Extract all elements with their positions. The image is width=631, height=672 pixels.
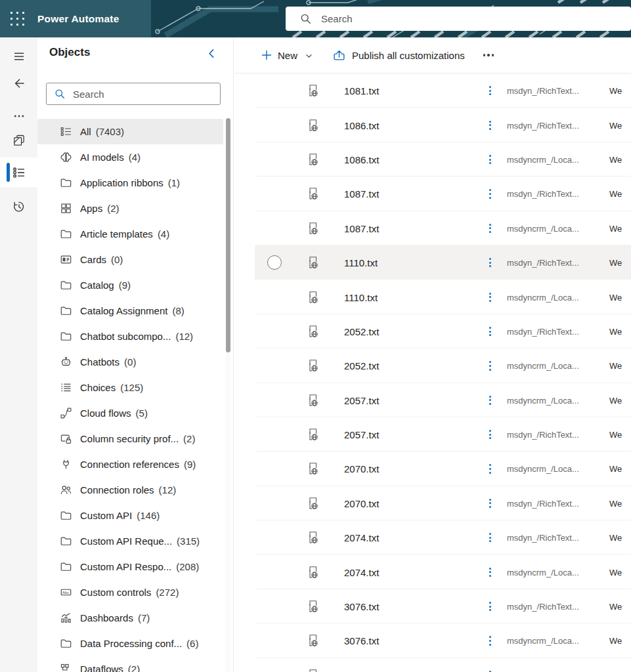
- row-more-button[interactable]: [487, 393, 494, 408]
- objects-list-item[interactable]: Application ribbons (1): [37, 170, 223, 196]
- display-name: msdyncrm_/Loca...: [507, 464, 579, 474]
- publish-all-customizations-button[interactable]: Publish all customizations: [333, 49, 465, 62]
- objects-list-item[interactable]: Custom API Respo... (208): [37, 554, 223, 579]
- arrow-left-icon: [12, 77, 26, 90]
- global-search-box[interactable]: [286, 7, 631, 31]
- table-row[interactable]: 1081.txt msdyn_/RichText... We: [255, 74, 631, 108]
- objects-search-box[interactable]: [46, 83, 221, 105]
- row-more-button[interactable]: [487, 83, 494, 98]
- row-more-button[interactable]: [487, 255, 494, 270]
- row-more-button[interactable]: [487, 221, 494, 236]
- global-search-input[interactable]: [320, 12, 631, 25]
- table-row[interactable]: 2057.txt msdyncrm_/Loca... We: [255, 383, 631, 417]
- file-name[interactable]: 3076.txt: [344, 601, 379, 612]
- objects-search-input[interactable]: [72, 88, 220, 100]
- table-row[interactable]: 2052.txt msdyn_/RichText... We: [255, 314, 631, 348]
- table-row[interactable]: 1110.txt msdyn_/RichText... We: [255, 245, 631, 280]
- table-row[interactable]: 1087.txt msdyncrm_/Loca... We: [255, 211, 631, 245]
- nav-solutions-button[interactable]: [0, 127, 37, 154]
- table-row[interactable]: 3076.txt msdyncrm_/Loca... We: [255, 623, 631, 658]
- table-row[interactable]: [255, 658, 631, 672]
- row-more-button[interactable]: [487, 289, 494, 304]
- objects-list-item[interactable]: Catalog (9): [37, 272, 223, 298]
- collapse-panel-button[interactable]: [206, 48, 217, 59]
- objects-list-item[interactable]: Custom API Reque... (315): [37, 528, 223, 554]
- file-name[interactable]: 1110.txt: [344, 257, 378, 268]
- type-label: We: [609, 464, 622, 474]
- objects-list-item[interactable]: Choices (125): [37, 375, 223, 400]
- row-more-button[interactable]: [487, 530, 494, 545]
- file-name[interactable]: 2052.txt: [344, 326, 379, 337]
- app-launcher-waffle-icon[interactable]: [9, 10, 26, 28]
- file-name[interactable]: 1110.txt: [344, 291, 378, 303]
- back-button[interactable]: [0, 70, 37, 96]
- table-row[interactable]: 2057.txt msdyn_/RichText... We: [255, 417, 631, 452]
- file-name[interactable]: 2070.txt: [344, 463, 379, 474]
- panel-scrollbar-thumb[interactable]: [226, 118, 230, 352]
- file-name[interactable]: 1087.txt: [344, 188, 379, 200]
- objects-list-item[interactable]: Custom controls (272): [37, 579, 223, 605]
- command-bar-more-button[interactable]: [482, 50, 496, 60]
- objects-list-item[interactable]: AI models (4): [37, 144, 223, 170]
- file-name[interactable]: 1086.txt: [344, 119, 379, 131]
- row-more-button[interactable]: [487, 324, 494, 339]
- objects-list-item[interactable]: Connection roles (12): [37, 477, 223, 503]
- row-radio-button[interactable]: [267, 255, 282, 270]
- row-more-button[interactable]: [487, 461, 494, 476]
- file-name[interactable]: 2057.txt: [344, 429, 379, 440]
- table-row[interactable]: 1086.txt msdyn_/RichText... We: [255, 108, 631, 142]
- file-name[interactable]: 2052.txt: [344, 360, 379, 371]
- table-row[interactable]: 2074.txt msdyn_/RichText... We: [255, 520, 631, 555]
- row-more-button[interactable]: [487, 427, 494, 442]
- row-more-button[interactable]: [487, 496, 494, 511]
- table-row[interactable]: 1110.txt msdyncrm_/Loca... We: [255, 280, 631, 314]
- file-name[interactable]: 3076.txt: [344, 635, 379, 646]
- file-name[interactable]: 2057.txt: [344, 394, 379, 406]
- objects-list-item[interactable]: Column security prof... (2): [37, 426, 223, 452]
- row-more-button[interactable]: [487, 633, 494, 648]
- type-label: We: [609, 154, 622, 164]
- objects-list-item[interactable]: Dashboards (7): [37, 605, 223, 631]
- row-more-button[interactable]: [487, 152, 494, 167]
- row-more-button[interactable]: [487, 358, 494, 373]
- table-row[interactable]: 3076.txt msdyn_/RichText... We: [255, 589, 631, 623]
- abc-control-icon: [60, 587, 72, 598]
- apps-grid-icon: [60, 203, 72, 214]
- objects-list-item[interactable]: Article templates (4): [37, 221, 223, 247]
- file-name[interactable]: 2074.txt: [344, 532, 379, 543]
- file-name[interactable]: 1081.txt: [344, 85, 379, 96]
- row-more-button[interactable]: [487, 117, 494, 132]
- row-more-button[interactable]: [487, 668, 494, 672]
- file-name[interactable]: 1087.txt: [344, 222, 379, 234]
- objects-list-item[interactable]: Chatbots (0): [37, 349, 223, 375]
- table-row[interactable]: 2052.txt msdyncrm_/Loca... We: [255, 348, 631, 383]
- table-row[interactable]: 2070.txt msdyn_/RichText... We: [255, 486, 631, 520]
- objects-list-item[interactable]: Dataflows (2): [37, 656, 223, 672]
- file-name[interactable]: 2070.txt: [344, 497, 379, 509]
- new-button[interactable]: New: [261, 50, 313, 61]
- objects-list-item[interactable]: Apps (2): [37, 196, 223, 221]
- table-row[interactable]: 1086.txt msdyncrm_/Loca... We: [255, 142, 631, 177]
- file-name[interactable]: 2074.txt: [344, 566, 379, 578]
- row-more-button[interactable]: [487, 599, 494, 614]
- nav-history-button[interactable]: [0, 194, 37, 220]
- file-name[interactable]: 1086.txt: [344, 154, 379, 165]
- row-more-button[interactable]: [487, 565, 494, 579]
- table-row[interactable]: 2074.txt msdyncrm_/Loca... We: [255, 555, 631, 589]
- table-row[interactable]: 2070.txt msdyncrm_/Loca... We: [255, 452, 631, 486]
- nav-objects-button-selected[interactable]: [0, 158, 37, 187]
- row-more-button[interactable]: [487, 186, 494, 201]
- nav-menu-button[interactable]: [0, 43, 37, 70]
- objects-list-item[interactable]: Connection references (9): [37, 452, 223, 477]
- objects-list-item[interactable]: Data Processing conf... (6): [37, 631, 223, 656]
- objects-list-item[interactable]: Cards (0): [37, 247, 223, 272]
- table-row[interactable]: 1087.txt msdyn_/RichText... We: [255, 177, 631, 211]
- objects-list-item[interactable]: All (7403): [37, 119, 223, 144]
- objects-list-item[interactable]: Custom API (146): [37, 503, 223, 528]
- objects-list-item[interactable]: Cloud flows (5): [37, 400, 223, 426]
- objects-list-item[interactable]: Catalog Assignment (8): [37, 298, 223, 324]
- objects-list-item[interactable]: Chatbot subcompo... (12): [37, 324, 223, 349]
- type-label: We: [609, 395, 622, 405]
- nav-more-button[interactable]: [0, 103, 37, 129]
- main-content: New Publish all customizations 1081.txt …: [234, 37, 631, 672]
